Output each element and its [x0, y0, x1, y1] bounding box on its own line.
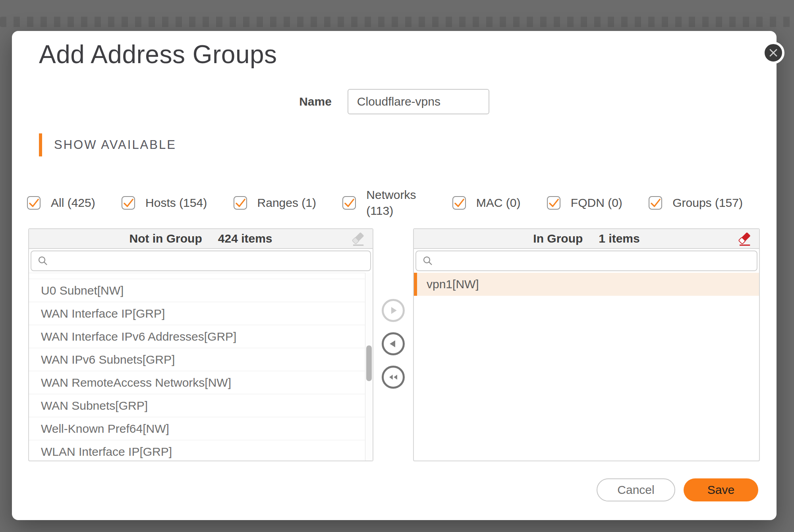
eraser-icon	[737, 231, 753, 248]
panel-item-count: 1 items	[599, 232, 639, 245]
filter-checkbox-fqdn[interactable]: FQDN (0)	[547, 195, 622, 211]
in-group-panel: In Group 1 items vpn1[NW]	[413, 228, 760, 461]
name-label: Name	[299, 95, 332, 108]
arrow-left-icon	[387, 338, 399, 350]
in-group-search[interactable]	[415, 251, 757, 271]
filter-label: Ranges (1)	[257, 195, 316, 211]
in-group-list: vpn1[NW]	[414, 273, 759, 461]
panel-title: Not in Group	[129, 232, 202, 245]
filter-label: Networks (113)	[366, 187, 426, 219]
not-in-group-search[interactable]	[31, 251, 371, 271]
not-in-group-panel: Not in Group 424 items U0 Sub	[28, 228, 373, 461]
move-right-button[interactable]	[382, 299, 405, 322]
clear-list-button[interactable]	[350, 231, 367, 248]
move-all-left-button[interactable]	[382, 366, 405, 389]
list-item[interactable]: WAN RemoteAccess Networks[NW]	[29, 371, 373, 394]
list-item[interactable]: WAN Interface IP[GRP]	[29, 302, 373, 325]
list-item[interactable]: Well-Known Pref64[NW]	[29, 417, 373, 440]
list-item[interactable]: WAN Interface IPv6 Addresses[GRP]	[29, 325, 373, 348]
filter-checkbox-row: All (425) Hosts (154) Ranges (1) Network…	[27, 181, 743, 225]
filter-checkbox-groups[interactable]: Groups (157)	[649, 195, 743, 211]
filter-checkbox-networks[interactable]: Networks (113)	[342, 187, 426, 219]
eraser-icon	[350, 231, 367, 248]
checkbox-checked-icon[interactable]	[27, 196, 41, 210]
list-item[interactable]: WAN Subnets[GRP]	[29, 394, 373, 417]
filter-label: MAC (0)	[476, 195, 521, 211]
checkbox-checked-icon[interactable]	[649, 196, 662, 210]
checkbox-checked-icon[interactable]	[342, 196, 356, 210]
dimmed-background-content	[0, 17, 794, 27]
scrollbar-track[interactable]	[365, 273, 373, 461]
add-address-groups-dialog: Add Address Groups Name SHOW AVAILABLE A…	[12, 31, 777, 520]
checkbox-checked-icon[interactable]	[122, 196, 135, 210]
section-accent-bar	[39, 133, 42, 156]
not-in-group-header: Not in Group 424 items	[29, 229, 373, 249]
filter-checkbox-ranges[interactable]: Ranges (1)	[234, 195, 316, 211]
panel-title: In Group	[533, 232, 583, 245]
name-input[interactable]	[348, 89, 489, 114]
filter-checkbox-all[interactable]: All (425)	[27, 195, 95, 211]
filter-checkbox-mac[interactable]: MAC (0)	[452, 195, 521, 211]
list-item[interactable]: WLAN Interface IP[GRP]	[29, 440, 373, 461]
name-field-row: Name	[12, 89, 777, 114]
panel-item-count: 424 items	[218, 232, 272, 245]
checkbox-checked-icon[interactable]	[547, 196, 560, 210]
list-item[interactable]: U0 Subnet[NW]	[29, 279, 373, 302]
not-in-group-list: U0 Subnet[NW] WAN Interface IP[GRP] WAN …	[29, 273, 373, 461]
scrollbar-thumb[interactable]	[366, 345, 372, 381]
close-icon	[767, 47, 779, 59]
search-icon	[422, 255, 434, 267]
search-icon	[37, 255, 49, 267]
section-heading-text: SHOW AVAILABLE	[54, 138, 176, 152]
list-item[interactable]: WAN IPv6 Subnets[GRP]	[29, 348, 373, 371]
close-button[interactable]	[762, 42, 784, 64]
in-group-header: In Group 1 items	[414, 229, 759, 249]
show-available-section: SHOW AVAILABLE	[39, 133, 176, 156]
checkbox-checked-icon[interactable]	[452, 196, 466, 210]
search-input[interactable]	[54, 251, 365, 270]
filter-label: Hosts (154)	[145, 195, 207, 211]
checkbox-checked-icon[interactable]	[234, 196, 247, 210]
double-arrow-left-icon	[387, 371, 399, 383]
move-left-button[interactable]	[382, 332, 405, 355]
filter-label: All (425)	[51, 195, 95, 211]
cancel-button[interactable]: Cancel	[597, 478, 675, 501]
filter-label: Groups (157)	[672, 195, 743, 211]
search-input[interactable]	[439, 251, 751, 270]
partially-scrolled-row	[29, 273, 373, 279]
selected-list-item[interactable]: vpn1[NW]	[414, 273, 759, 296]
save-button[interactable]: Save	[684, 478, 758, 501]
clear-list-button[interactable]	[737, 231, 753, 248]
filter-checkbox-hosts[interactable]: Hosts (154)	[122, 195, 207, 211]
filter-label: FQDN (0)	[571, 195, 622, 211]
transfer-button-column	[380, 299, 407, 389]
arrow-right-icon	[387, 305, 399, 316]
dialog-title: Add Address Groups	[39, 40, 277, 69]
